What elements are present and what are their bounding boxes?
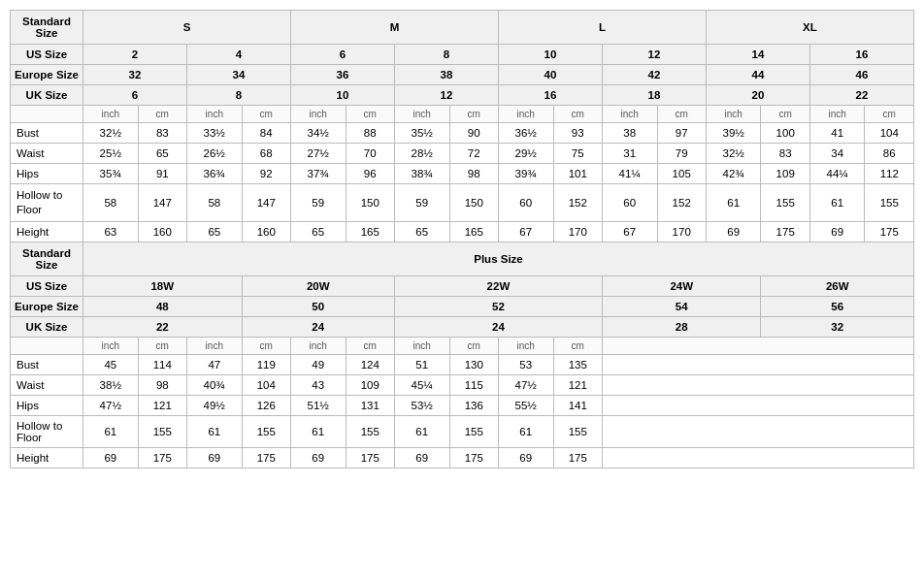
- waist-12-cm: 79: [657, 144, 706, 164]
- pw-filler: [602, 374, 913, 395]
- eu-40: 40: [498, 65, 602, 85]
- hips-12-cm: 105: [657, 164, 706, 184]
- p-unit-cm-1: cm: [138, 337, 186, 354]
- p-unit-inch-4: inch: [394, 337, 449, 354]
- hips-row: Hips 35¾ 91 36¾ 92 37¾ 96 38¾ 98 39¾ 101…: [11, 164, 914, 184]
- header-row-1: StandardSize S M L XL: [11, 11, 914, 45]
- hips-2-inch: 35¾: [83, 164, 139, 184]
- ht-10-inch: 67: [498, 221, 553, 242]
- europe-size-row: Europe Size 32 34 36 38 40 42 44 46: [11, 65, 914, 85]
- plus-height-row: Height 69 175 69 175 69 175 69 175 69 17…: [11, 447, 914, 468]
- pht-24w-cm: 175: [449, 447, 498, 468]
- ht-16-cm: 175: [865, 221, 914, 242]
- uk-8: 8: [186, 85, 290, 106]
- plus-bust-row: Bust 45 114 47 119 49 124 51 130 53 135: [11, 354, 914, 374]
- pb-24w-inch: 51: [394, 354, 449, 374]
- plus-section-header: Standard Size Plus Size: [11, 242, 914, 275]
- hf-14-cm: 155: [761, 184, 809, 222]
- pw-26w-inch: 47½: [498, 374, 553, 395]
- uk-12: 12: [394, 85, 498, 106]
- p-unit-filler: [602, 337, 913, 354]
- bust-10-cm: 93: [553, 123, 602, 144]
- ht-2-inch: 63: [83, 221, 139, 242]
- bust-4-cm: 84: [242, 123, 290, 144]
- hf-2-cm: 147: [138, 184, 186, 222]
- waist-10-inch: 29½: [498, 144, 553, 164]
- waist-row: Waist 25½ 65 26½ 68 27½ 70 28½ 72 29½ 75…: [11, 144, 914, 164]
- ht-4-cm: 160: [242, 221, 290, 242]
- unit-inch-3: inch: [290, 106, 346, 123]
- eu-36: 36: [290, 65, 394, 85]
- pb-26w-inch: 53: [498, 354, 553, 374]
- pht-20w-inch: 69: [186, 447, 242, 468]
- waist-4-cm: 68: [242, 144, 290, 164]
- plus-units-row: inch cm inch cm inch cm inch cm inch cm: [11, 337, 914, 354]
- ht-12-cm: 170: [657, 221, 706, 242]
- pht-22w-inch: 69: [290, 447, 346, 468]
- plus-eu-label: Europe Size: [11, 296, 83, 316]
- ht-12-inch: 67: [602, 221, 657, 242]
- phf-filler: [602, 415, 913, 447]
- xl-header: XL: [706, 11, 913, 45]
- std-size-label: StandardSize: [11, 11, 83, 45]
- unit-inch-8: inch: [809, 106, 865, 123]
- us-size-row: US Size 2 4 6 8 10 12 14 16: [11, 45, 914, 65]
- ht-8-inch: 65: [394, 221, 449, 242]
- pb-filler: [602, 354, 913, 374]
- unit-cm-3: cm: [346, 106, 394, 123]
- hollow-floor-row: Hollow toFloor 58 147 58 147 59 150 59 1…: [11, 184, 914, 222]
- plus-bust-label: Bust: [11, 354, 83, 374]
- phf-24w-inch: 61: [394, 415, 449, 447]
- unit-cm-7: cm: [761, 106, 809, 123]
- pb-22w-cm: 124: [346, 354, 394, 374]
- phf-20w-inch: 61: [186, 415, 242, 447]
- ht-4-inch: 65: [186, 221, 242, 242]
- hips-4-cm: 92: [242, 164, 290, 184]
- pht-20w-cm: 175: [242, 447, 290, 468]
- plus-uk-22: 22: [83, 316, 243, 337]
- bust-row: Bust 32½ 83 33½ 84 34½ 88 35½ 90 36½ 93 …: [11, 123, 914, 144]
- us-4: 4: [186, 45, 290, 65]
- europe-size-label: Europe Size: [11, 65, 83, 85]
- phf-18w-inch: 61: [83, 415, 139, 447]
- pb-24w-cm: 130: [449, 354, 498, 374]
- waist-label: Waist: [11, 144, 83, 164]
- us-8: 8: [394, 45, 498, 65]
- plus-uk-28: 28: [602, 316, 761, 337]
- plus-hollow-row: Hollow to Floor 61 155 61 155 61 155 61 …: [11, 415, 914, 447]
- p-unit-inch-5: inch: [498, 337, 553, 354]
- waist-14-inch: 32½: [706, 144, 761, 164]
- bust-12-inch: 38: [602, 123, 657, 144]
- plus-uk-32: 32: [761, 316, 914, 337]
- pb-22w-inch: 49: [290, 354, 346, 374]
- waist-8-cm: 72: [449, 144, 498, 164]
- pw-24w-inch: 45¼: [394, 374, 449, 395]
- uk-6: 6: [83, 85, 187, 106]
- waist-6-cm: 70: [346, 144, 394, 164]
- eu-46: 46: [809, 65, 913, 85]
- hf-10-cm: 152: [553, 184, 602, 222]
- ph-24w-inch: 53½: [394, 395, 449, 415]
- waist-8-inch: 28½: [394, 144, 449, 164]
- us-size-label: US Size: [11, 45, 83, 65]
- hollow-floor-label: Hollow toFloor: [11, 184, 83, 222]
- m-header: M: [290, 11, 498, 45]
- plus-hf-label: Hollow to Floor: [11, 415, 83, 447]
- plus-us-row: US Size 18W 20W 22W 24W 26W: [11, 275, 914, 296]
- units-row: inch cm inch cm inch cm inch cm inch cm …: [11, 106, 914, 123]
- hips-6-inch: 37¾: [290, 164, 346, 184]
- plus-eu-50: 50: [242, 296, 394, 316]
- unit-cm-6: cm: [657, 106, 706, 123]
- hf-2-inch: 58: [83, 184, 139, 222]
- ph-18w-inch: 47½: [83, 395, 139, 415]
- ph-22w-inch: 51½: [290, 395, 346, 415]
- ph-26w-cm: 141: [553, 395, 602, 415]
- plus-size-label: Plus Size: [83, 242, 914, 275]
- hf-6-inch: 59: [290, 184, 346, 222]
- hips-14-inch: 42¾: [706, 164, 761, 184]
- hf-8-inch: 59: [394, 184, 449, 222]
- plus-us-label: US Size: [11, 275, 83, 296]
- waist-2-cm: 65: [138, 144, 186, 164]
- bust-16-inch: 41: [809, 123, 865, 144]
- p-unit-inch-2: inch: [186, 337, 242, 354]
